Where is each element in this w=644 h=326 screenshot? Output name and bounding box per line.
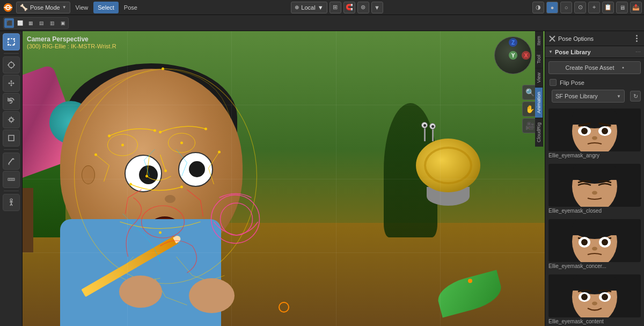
svg-point-53 bbox=[622, 67, 624, 69]
pose-thumb-concerned bbox=[548, 219, 641, 262]
viewport-shading-render-btn[interactable]: ○ bbox=[560, 2, 572, 13]
snap-volume-icon[interactable]: ▤ bbox=[36, 18, 46, 28]
cursor-tool[interactable] bbox=[3, 56, 20, 74]
transform-tool[interactable] bbox=[3, 129, 20, 147]
scale-tool[interactable] bbox=[3, 111, 20, 128]
pose-item-concerned[interactable]: Ellie_eyemask_concer... bbox=[545, 218, 644, 273]
proportional-settings-btn[interactable]: ▼ bbox=[371, 2, 383, 13]
tool-separator-1 bbox=[4, 53, 19, 54]
camera-label: Camera Perspective bbox=[27, 35, 116, 43]
pivot-selector[interactable]: ⊕ Local ▼ bbox=[291, 2, 327, 13]
snail-shell-spiral bbox=[424, 147, 472, 184]
svg-rect-57 bbox=[572, 117, 617, 125]
create-pose-label: Create Pose Asset bbox=[565, 64, 614, 71]
move-tool[interactable] bbox=[3, 75, 20, 92]
pose-item-content[interactable]: Ellie_eyemask_content bbox=[545, 273, 644, 326]
annotate-tool[interactable] bbox=[3, 153, 20, 170]
dot-1 bbox=[636, 35, 638, 37]
tab-view[interactable]: View bbox=[535, 68, 543, 87]
pose-item-closed[interactable]: Ellie_eyemask_closed bbox=[545, 162, 644, 218]
snap-toggle-btn[interactable]: 🧲 bbox=[343, 2, 355, 13]
select-menu[interactable]: Select bbox=[93, 2, 119, 13]
icon-row: ⬛ ⬜ ▦ ▤ ▥ ▣ bbox=[0, 15, 644, 31]
blender-logo[interactable] bbox=[2, 2, 14, 13]
svg-point-86 bbox=[602, 294, 608, 300]
tool-separator-2 bbox=[4, 149, 19, 150]
library-name: SF Pose Library bbox=[555, 93, 614, 99]
nav-gizmo-circle[interactable]: Z Y X bbox=[494, 37, 532, 74]
library-selector[interactable]: SF Pose Library ▼ bbox=[552, 90, 625, 103]
proportional-editing-btn[interactable]: ⊛ bbox=[357, 2, 369, 13]
mode-label: Pose Mode bbox=[30, 4, 60, 11]
tab-item[interactable]: Item bbox=[535, 31, 543, 50]
svg-point-76 bbox=[581, 239, 588, 245]
snail-shell bbox=[416, 139, 480, 192]
trunk-left bbox=[23, 188, 33, 252]
pose-options-header: Pose Options bbox=[545, 31, 644, 46]
flip-pose-row[interactable]: Flip Pose bbox=[545, 77, 644, 88]
svg-point-85 bbox=[581, 294, 588, 300]
transform-orientations-btn[interactable]: ⊞ bbox=[330, 2, 341, 13]
pose-menu[interactable]: Pose bbox=[120, 2, 142, 13]
tool-separator-3 bbox=[4, 191, 19, 191]
snap-icons-group: ⬛ ⬜ ▦ ▤ ▥ ▣ bbox=[3, 17, 69, 29]
section-options-btn[interactable]: ⋯ bbox=[635, 49, 641, 55]
tab-cloudrig[interactable]: CloudRig bbox=[535, 118, 543, 147]
concerned-face-svg bbox=[548, 219, 641, 262]
svg-point-77 bbox=[602, 239, 608, 245]
main-layout: Camera Perspective (300) RIG-Ellie : IK-… bbox=[0, 31, 644, 326]
svg-point-7 bbox=[13, 44, 14, 46]
snap-edge-icon[interactable]: ⬜ bbox=[15, 18, 25, 28]
create-pose-asset-btn[interactable]: Create Pose Asset bbox=[548, 61, 641, 74]
svg-line-21 bbox=[9, 164, 9, 165]
tab-tool[interactable]: Tool bbox=[535, 50, 543, 68]
snap-edge-perpendicular-icon[interactable]: ▣ bbox=[58, 18, 68, 28]
measure-tool[interactable] bbox=[3, 171, 20, 188]
navigation-gizmo[interactable]: Z Y X bbox=[494, 37, 537, 79]
scene-collections-btn[interactable]: 📋 bbox=[602, 2, 614, 13]
rendering-btn[interactable]: 🖥 bbox=[616, 2, 628, 13]
dot-3 bbox=[636, 40, 638, 42]
pose-library-header[interactable]: ▼ Pose Library ⋯ bbox=[545, 46, 644, 58]
pose-thumb-closed bbox=[548, 164, 641, 207]
svg-rect-73 bbox=[572, 227, 617, 235]
gizmo-btn[interactable]: ⌖ bbox=[588, 2, 600, 13]
pose-label-content: Ellie_eyemask_content bbox=[548, 317, 641, 326]
viewport[interactable]: Camera Perspective (300) RIG-Ellie : IK-… bbox=[23, 31, 545, 326]
pose-thumb-content bbox=[548, 274, 641, 317]
overlay-btn[interactable]: ⊙ bbox=[574, 2, 586, 13]
snap-face-icon[interactable]: ▦ bbox=[26, 18, 35, 28]
view-menu[interactable]: View bbox=[71, 2, 93, 13]
select-box-tool[interactable] bbox=[3, 33, 20, 50]
snap-vertex-icon[interactable]: ⬛ bbox=[4, 18, 14, 28]
svg-point-5 bbox=[13, 39, 14, 40]
svg-rect-13 bbox=[10, 118, 13, 121]
snail bbox=[416, 139, 480, 206]
viewport-shading-material-btn[interactable]: ● bbox=[546, 2, 558, 13]
viewport-shading-solid-btn[interactable]: ◑ bbox=[532, 2, 544, 13]
char-pupil-left bbox=[139, 165, 158, 184]
rotate-tool[interactable] bbox=[3, 93, 20, 110]
cross-icon-btn[interactable] bbox=[548, 35, 556, 42]
z-axis-label[interactable]: Z bbox=[509, 38, 517, 47]
snail-pupil-1 bbox=[423, 124, 426, 127]
flip-pose-checkbox[interactable] bbox=[550, 79, 557, 86]
flip-pose-label: Flip Pose bbox=[560, 79, 584, 86]
y-axis-label[interactable]: Y bbox=[509, 51, 517, 60]
top-menubar: 🦴 Pose Mode ▼ View Select Pose ⊕ Local ▼… bbox=[0, 0, 644, 15]
pose-label-angry: Ellie_eyemask_angry bbox=[548, 151, 641, 161]
tab-animation[interactable]: Animation bbox=[535, 87, 543, 118]
snail-eye-stalk-2 bbox=[432, 126, 434, 141]
pose-tool[interactable] bbox=[3, 194, 20, 211]
snail-pupil-2 bbox=[431, 125, 434, 128]
output-btn[interactable]: 📤 bbox=[630, 2, 642, 13]
pose-label-concerned: Ellie_eyemask_concer... bbox=[548, 262, 641, 271]
snap-edge-center-icon[interactable]: ▥ bbox=[47, 18, 57, 28]
x-axis-label[interactable]: X bbox=[522, 51, 530, 60]
panel-options-btn[interactable] bbox=[632, 34, 641, 43]
svg-point-4 bbox=[8, 39, 9, 40]
pose-thumb-angry bbox=[548, 108, 641, 151]
mode-selector[interactable]: 🦴 Pose Mode ▼ bbox=[16, 2, 70, 13]
pose-item-angry[interactable]: Ellie_eyemask_angry bbox=[545, 107, 644, 162]
library-refresh-btn[interactable]: ↻ bbox=[630, 91, 641, 102]
